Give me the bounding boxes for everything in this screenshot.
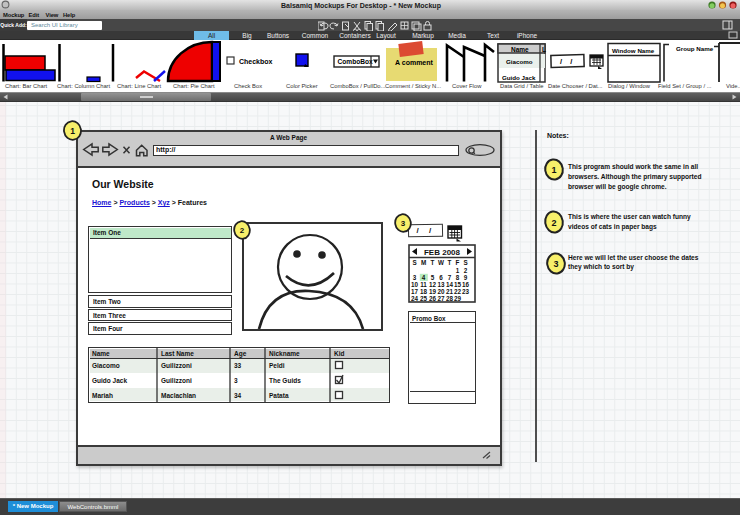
svg-text:Group Name: Group Name — [676, 45, 714, 52]
svg-text:2: 2 — [240, 226, 245, 235]
svg-text:1: 1 — [456, 267, 460, 274]
svg-text:16: 16 — [462, 281, 470, 288]
svg-text:23: 23 — [462, 288, 470, 295]
svg-text:20: 20 — [437, 288, 445, 295]
svg-text:3: 3 — [413, 274, 417, 281]
svg-text:Checkbox: Checkbox — [239, 58, 273, 65]
svg-text:25: 25 — [420, 295, 428, 302]
svg-text:Window Name: Window Name — [612, 47, 655, 54]
svg-text:28: 28 — [446, 295, 454, 302]
svg-text:Giacomo: Giacomo — [506, 58, 533, 65]
svg-text:3: 3 — [553, 259, 558, 269]
svg-text:S: S — [463, 259, 467, 266]
svg-text:4: 4 — [422, 274, 426, 281]
svg-text:W: W — [438, 259, 444, 266]
svg-text:A comment: A comment — [395, 59, 434, 66]
svg-text:F: F — [456, 259, 460, 266]
svg-text:8: 8 — [456, 274, 460, 281]
svg-text:12: 12 — [429, 281, 437, 288]
svg-text:7: 7 — [448, 274, 452, 281]
svg-text:L: L — [542, 46, 546, 53]
svg-text:13: 13 — [437, 281, 445, 288]
svg-text:2: 2 — [551, 218, 556, 228]
svg-text:18: 18 — [420, 288, 428, 295]
svg-text:22: 22 — [454, 288, 462, 295]
svg-text:S: S — [412, 259, 416, 266]
svg-text:1: 1 — [551, 165, 556, 175]
svg-text:26: 26 — [429, 295, 437, 302]
svg-text:5: 5 — [431, 274, 435, 281]
svg-text:27: 27 — [437, 295, 445, 302]
svg-text:/ /: / / — [560, 57, 575, 66]
svg-text:19: 19 — [429, 288, 437, 295]
svg-text:17: 17 — [411, 288, 419, 295]
svg-text:14: 14 — [446, 281, 454, 288]
svg-text:Guido Jack: Guido Jack — [502, 74, 536, 81]
svg-text:FEB 2008: FEB 2008 — [424, 248, 461, 257]
svg-text:3: 3 — [401, 219, 406, 228]
svg-text:1: 1 — [70, 126, 75, 136]
svg-text:9: 9 — [464, 274, 468, 281]
svg-text:10: 10 — [411, 281, 419, 288]
svg-text:ComboBox: ComboBox — [338, 58, 373, 65]
svg-text:15: 15 — [454, 281, 462, 288]
svg-text:2: 2 — [464, 267, 468, 274]
svg-text:6: 6 — [439, 274, 443, 281]
svg-text:M: M — [421, 259, 426, 266]
svg-text:24: 24 — [411, 295, 419, 302]
svg-text:T: T — [448, 259, 452, 266]
svg-text:T: T — [431, 259, 435, 266]
svg-text:21: 21 — [446, 288, 454, 295]
svg-text:29: 29 — [454, 295, 462, 302]
svg-text:Name: Name — [511, 46, 529, 53]
svg-text:11: 11 — [420, 281, 427, 288]
